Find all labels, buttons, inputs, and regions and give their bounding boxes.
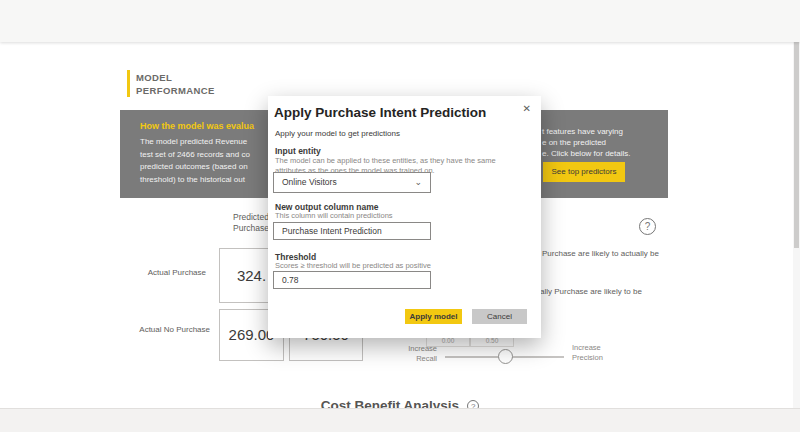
input-entity-label: Input entity	[275, 146, 321, 156]
report-header	[0, 0, 800, 42]
scrollbar-thumb[interactable]	[794, 42, 799, 248]
input-entity-dropdown[interactable]: Online Visitors ⌄	[273, 172, 431, 193]
dialog-cancel-button[interactable]: Cancel	[472, 309, 527, 324]
banner-right-line: e. Click below for details.	[542, 148, 668, 159]
slider-label-increase-recall: Increase Recall	[393, 344, 437, 363]
slider-label-increase-precision: Increase Precision	[572, 343, 603, 362]
app-window: ← Purchase Intent Prediction model train…	[0, 0, 800, 432]
banner-right-line: t features have varying	[542, 126, 668, 137]
section-accent-bar	[127, 70, 130, 97]
banner-left-line: predicted outcomes (based on	[140, 161, 270, 174]
threshold-description: Scores ≥ threshold will be predicted as …	[275, 261, 431, 271]
banner-left-line: threshold) to the historical out	[140, 174, 270, 187]
dialog-title: Apply Purchase Intent Prediction	[274, 105, 486, 120]
banner-left-line: test set of 2466 records and co	[140, 149, 270, 162]
banner-heading: How the model was evalua	[140, 121, 254, 131]
section-title-line2: PERFORMANCE	[136, 84, 215, 97]
chevron-down-icon: ⌄	[414, 173, 422, 192]
metric-text-fragment: Purchase are likely to actually be	[542, 249, 659, 258]
apply-model-dialog: Apply Purchase Intent Prediction ✕ Apply…	[268, 96, 541, 338]
banner-right-line: e on the predicted	[542, 137, 668, 148]
matrix-row-label-actual-purchase: Actual Purchase	[116, 268, 206, 277]
slider-label-line: Precision	[572, 353, 603, 363]
slider-label-line: Increase	[393, 344, 437, 354]
threshold-slider-handle[interactable]	[498, 349, 513, 364]
banner-right-text: t features have varying e on the predict…	[542, 126, 668, 159]
threshold-input[interactable]: 0.78	[273, 271, 431, 289]
matrix-row-label-actual-no-purchase: Actual No Purchase	[116, 325, 210, 334]
slider-label-line: Recall	[393, 354, 437, 364]
bottom-tab-bar	[0, 408, 800, 432]
section-title-model-performance: MODEL PERFORMANCE	[136, 71, 215, 97]
dialog-subtitle: Apply your model to get predictions	[275, 129, 400, 138]
close-icon[interactable]: ✕	[523, 103, 531, 114]
help-icon[interactable]: ?	[639, 218, 656, 235]
section-title-line1: MODEL	[136, 71, 215, 84]
metric-text-fragment: ally Purchase are likely to be	[540, 287, 642, 296]
matrix-column-header-line2: Purchase	[230, 223, 272, 234]
banner-left-text: The model predicted Revenue test set of …	[140, 136, 270, 186]
slider-label-line: Increase	[572, 343, 603, 353]
output-column-input[interactable]: Purchase Intent Prediction	[273, 222, 431, 240]
banner-left-line: The model predicted Revenue	[140, 136, 270, 149]
input-entity-value: Online Visitors	[282, 177, 337, 187]
matrix-column-header-line1: Predicted	[230, 212, 272, 223]
dialog-apply-model-button[interactable]: Apply model	[405, 309, 462, 324]
matrix-column-header: Predicted Purchase	[230, 212, 272, 233]
output-column-description: This column will contain predictions	[275, 211, 393, 221]
see-top-predictors-button[interactable]: See top predictors	[543, 162, 625, 182]
